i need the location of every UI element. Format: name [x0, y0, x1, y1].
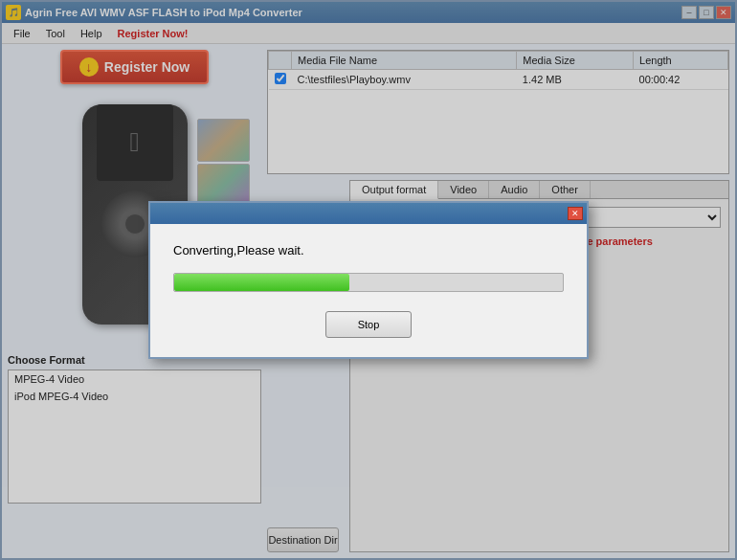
modal-titlebar: ✕	[150, 203, 587, 224]
converting-modal: ✕ Converting,Please wait. Stop	[148, 201, 589, 359]
modal-buttons: Stop	[173, 311, 564, 338]
modal-message: Converting,Please wait.	[173, 243, 564, 258]
stop-button[interactable]: Stop	[325, 311, 412, 338]
modal-close-button[interactable]: ✕	[568, 207, 583, 220]
modal-overlay: ✕ Converting,Please wait. Stop	[0, 0, 737, 560]
modal-body: Converting,Please wait. Stop	[150, 224, 587, 357]
progress-bar-container	[173, 273, 564, 292]
progress-bar-fill	[174, 274, 349, 291]
